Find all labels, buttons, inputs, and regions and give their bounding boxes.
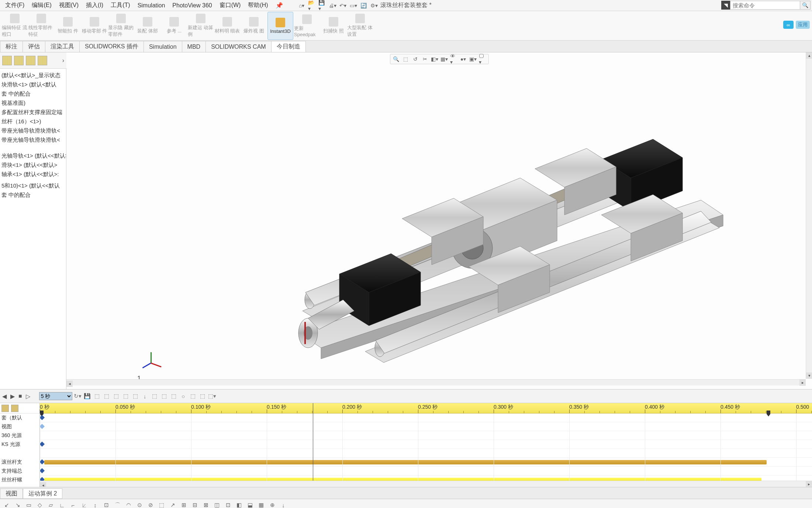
fm-tab-3-icon[interactable]	[26, 56, 35, 65]
tree-node[interactable]: 视基准面)	[0, 99, 66, 108]
tool-5-icon[interactable]: ⬚	[131, 392, 139, 400]
tl-row[interactable]: KS 光源	[0, 440, 39, 449]
bt-icon[interactable]: ∟	[58, 501, 66, 508]
scroll-left-icon[interactable]: ◂	[66, 381, 73, 387]
play-fwd-icon[interactable]: ▶	[10, 393, 15, 400]
print-icon[interactable]: 🖨▾	[329, 1, 337, 10]
tree-node[interactable]: 块滑轨<1> (默认<默认	[0, 80, 66, 89]
tab-today[interactable]: 今日制造	[271, 41, 306, 52]
tree-node[interactable]: 5和10)<1> (默认<<默认	[0, 181, 66, 190]
menu-insert[interactable]: 插入(I)	[82, 0, 107, 11]
search-source-icon[interactable]: ◥	[721, 1, 730, 10]
menu-window[interactable]: 窗口(W)	[216, 0, 245, 11]
feature-tree[interactable]: (默认<<默认>_显示状态 块滑轨<1> (默认<默认 套 中的配合 视基准面)…	[0, 52, 66, 389]
bt-icon[interactable]: ⊘	[147, 501, 154, 508]
display-style-icon[interactable]: ▦▾	[440, 55, 448, 63]
scroll-right-icon[interactable]: ▸	[799, 380, 806, 386]
bt-icon[interactable]: ▦	[258, 501, 265, 508]
bt-icon[interactable]: ⊟	[191, 501, 198, 508]
bt-icon[interactable]: ◇	[36, 501, 44, 508]
menu-help[interactable]: 帮助(H)	[244, 0, 272, 11]
graphics-viewport[interactable]: 🔍 ⬚ ↺ ✂ ◧▾ ▦▾ 👁▾ ●▾ ▣▾ 🖵▾	[66, 52, 812, 389]
ribbon-reference[interactable]: 参考 ...	[161, 12, 187, 40]
tree-node[interactable]: 丝杆（16）<1>)	[0, 117, 66, 126]
save-anim-icon[interactable]: 💾	[83, 392, 91, 400]
stop-icon[interactable]: ■	[18, 393, 22, 399]
bt-icon[interactable]: ▭	[25, 501, 32, 508]
menu-view[interactable]: 视图(V)	[55, 0, 82, 11]
ribbon-edit-feature[interactable]: 编辑特征 流程口	[2, 12, 28, 40]
bt-icon[interactable]: ↓	[280, 501, 287, 508]
tool-3-icon[interactable]: ⬚	[112, 392, 120, 400]
bt-icon[interactable]: ⊠	[202, 501, 210, 508]
play-icon[interactable]: ▷	[26, 393, 30, 400]
rebuild-icon[interactable]: 🔄	[360, 1, 368, 10]
ribbon-show-hidden[interactable]: 显示隐 藏的零部件	[108, 12, 134, 40]
bottom-tab-motion[interactable]: 运动算例 2	[23, 488, 62, 499]
bt-icon[interactable]: ⌒	[114, 501, 121, 508]
tl-row[interactable]: 360 光源	[0, 431, 39, 440]
tool-6-icon[interactable]: ↓	[141, 392, 149, 400]
ribbon-speedpak[interactable]: 更新 Speedpak	[294, 12, 320, 40]
tree-node[interactable]: 套 中的配合	[0, 190, 66, 200]
tl-filter-1-icon[interactable]	[1, 405, 9, 412]
tool-2-icon[interactable]: ⬚	[103, 392, 111, 400]
menu-file[interactable]: 文件(F)	[1, 0, 28, 11]
cloud-badge-icon[interactable]: ∞	[783, 21, 794, 29]
undo-icon[interactable]: ↶▾	[339, 1, 347, 10]
tab-cam[interactable]: SOLIDWORKS CAM	[205, 41, 271, 52]
tool-8-icon[interactable]: ⬚	[160, 392, 168, 400]
tree-node[interactable]: 滑块<1> (默认<<默认>	[0, 161, 66, 170]
tl-row[interactable]: 滚丝杆支	[0, 458, 39, 467]
bt-icon[interactable]: ↕	[91, 501, 99, 508]
tool-1-icon[interactable]: ⬚	[93, 392, 101, 400]
prev-view-icon[interactable]: ↺	[412, 55, 419, 63]
ribbon-smart-fastener[interactable]: 智能扣 件	[55, 12, 81, 40]
tab-evaluate[interactable]: 评估	[23, 41, 45, 52]
bottom-tab-model[interactable]: 视图	[0, 488, 23, 499]
ribbon-bom[interactable]: 材料明 细表	[214, 12, 240, 40]
ribbon-snapshot[interactable]: 扫捕快 照	[321, 12, 346, 40]
zoom-area-icon[interactable]: ⬚	[402, 55, 410, 63]
scroll-up-icon[interactable]: ▴	[806, 52, 812, 59]
appearance-icon[interactable]: ●▾	[460, 55, 467, 63]
bt-icon[interactable]: ▱	[47, 501, 55, 508]
save-icon[interactable]: 💾▾	[318, 1, 326, 10]
bt-icon[interactable]: ⊙	[136, 501, 143, 508]
fm-expand-icon[interactable]: ›	[62, 57, 64, 64]
tab-mbd[interactable]: MBD	[182, 41, 206, 52]
bt-icon[interactable]: ⬚	[158, 501, 165, 508]
fm-tab-2-icon[interactable]	[14, 56, 24, 65]
tree-node[interactable]: 套 中的配合	[0, 89, 66, 99]
timeline-tree[interactable]: 套（默认 视图 360 光源 KS 光源 滚丝杆支 支持端总 丝丝杆螺	[0, 403, 40, 487]
section-icon[interactable]: ✂	[421, 55, 429, 63]
ribbon-linear-pattern[interactable]: 线性零部件特征	[28, 12, 54, 40]
tl-row[interactable]	[0, 449, 39, 458]
tool-11-icon[interactable]: ⬚	[189, 392, 197, 400]
hide-show-icon[interactable]: 👁▾	[450, 55, 457, 63]
menu-photoview[interactable]: PhotoView 360	[169, 0, 215, 11]
fm-tab-1-icon[interactable]	[2, 56, 12, 65]
tl-row[interactable]: 套（默认	[0, 413, 39, 422]
tool-9-icon[interactable]: ⬚	[170, 392, 178, 400]
tool-7-icon[interactable]: ⬚	[151, 392, 159, 400]
tree-node[interactable]: 带座光轴导轨滑块滑轨<	[0, 126, 66, 135]
timeline-bar[interactable]	[44, 460, 767, 464]
tab-annotation[interactable]: 标注	[0, 41, 23, 52]
bt-icon[interactable]: ⬓	[246, 501, 254, 508]
tree-node[interactable]: 光轴导轨<1> (默认<<默认>	[0, 151, 66, 161]
select-icon[interactable]: ▭▾	[349, 1, 357, 10]
zoom-fit-icon[interactable]: 🔍	[393, 55, 400, 63]
timeline-ruler[interactable]: 0 秒0.050 秒0.100 秒0.150 秒0.200 秒0.250 秒0.…	[40, 403, 812, 413]
time-select[interactable]: 5 秒	[39, 392, 72, 400]
ribbon-move-component[interactable]: 移动零部 件	[82, 12, 107, 40]
tool-10-icon[interactable]: ○	[179, 392, 187, 400]
tl-row[interactable]: 丝丝杆螺	[0, 476, 39, 484]
bt-icon[interactable]: ⊞	[180, 501, 187, 508]
play-back-icon[interactable]: ◀	[2, 393, 7, 400]
search-input[interactable]	[730, 1, 800, 10]
search-go-button[interactable]: 🔍	[800, 1, 811, 10]
tl-filter-2-icon[interactable]	[11, 405, 18, 412]
bt-icon[interactable]: ⊡	[103, 501, 110, 508]
bt-icon[interactable]: ◧	[235, 501, 243, 508]
